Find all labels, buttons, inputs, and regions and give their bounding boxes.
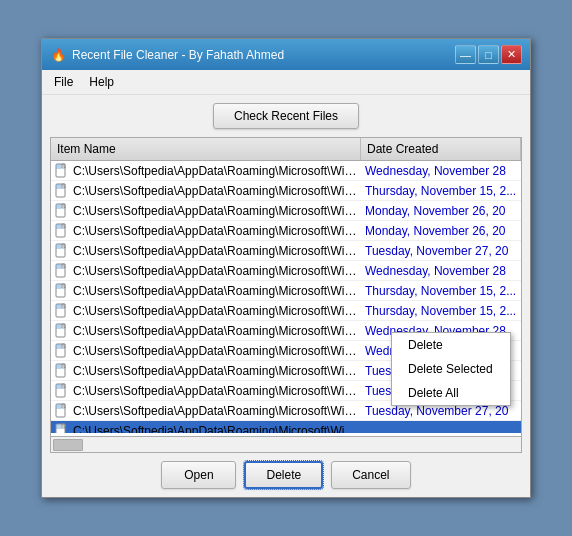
row-date: Thursday, November 15, 2... xyxy=(361,284,521,298)
svg-rect-3 xyxy=(56,184,62,189)
row-name: C:\Users\Softpedia\AppData\Roaming\Micro… xyxy=(71,324,361,338)
hscroll-thumb[interactable] xyxy=(53,439,83,451)
row-date: Monday, November 26, 20 xyxy=(361,224,521,238)
table-row[interactable]: C:\Users\Softpedia\AppData\Roaming\Micro… xyxy=(51,221,521,241)
row-name: C:\Users\Softpedia\AppData\Roaming\Micro… xyxy=(71,404,361,418)
menu-file[interactable]: File xyxy=(48,73,79,91)
row-name: C:\Users\Softpedia\AppData\Roaming\Micro… xyxy=(71,344,361,358)
file-icon xyxy=(53,323,71,339)
file-icon xyxy=(53,183,71,199)
row-date: Wednesday, November 28 xyxy=(361,264,521,278)
row-name: C:\Users\Softpedia\AppData\Roaming\Micro… xyxy=(71,164,361,178)
svg-rect-9 xyxy=(56,244,62,249)
row-name: C:\Users\Softpedia\AppData\Roaming\Micro… xyxy=(71,264,361,278)
header-date-created: Date Created xyxy=(361,138,521,160)
row-date: Thursday, November 15, 2... xyxy=(361,304,521,318)
row-name: C:\Users\Softpedia\AppData\Roaming\Micro… xyxy=(71,204,361,218)
svg-rect-27 xyxy=(56,424,62,429)
row-date: Tuesday, November 27, 20 xyxy=(361,244,521,258)
maximize-button[interactable]: □ xyxy=(478,45,499,64)
file-list-container: Item Name Date Created C:\Users\Softpedi… xyxy=(50,137,522,437)
context-delete-all[interactable]: Delete All xyxy=(392,381,510,405)
title-bar-left: 🔥 Recent File Cleaner - By Fahath Ahmed xyxy=(50,47,284,63)
file-icon xyxy=(53,283,71,299)
table-row[interactable]: C:\Users\Softpedia\AppData\Roaming\Micro… xyxy=(51,281,521,301)
svg-rect-17 xyxy=(56,324,62,329)
context-delete-selected[interactable]: Delete Selected xyxy=(392,357,510,381)
table-row[interactable]: C:\Users\Softpedia\AppData\Roaming\Micro… xyxy=(51,241,521,261)
cancel-button[interactable]: Cancel xyxy=(331,461,410,489)
row-name: C:\Users\Softpedia\AppData\Roaming\Micro… xyxy=(71,304,361,318)
row-date: Monday, November 26, 20 xyxy=(361,204,521,218)
main-window: 🔥 Recent File Cleaner - By Fahath Ahmed … xyxy=(41,38,531,498)
row-name: C:\Users\Softpedia\AppData\Roaming\Micro… xyxy=(71,184,361,198)
close-button[interactable]: ✕ xyxy=(501,45,522,64)
svg-rect-11 xyxy=(56,264,62,269)
bottom-bar: Open Delete Cancel xyxy=(42,453,530,497)
svg-rect-21 xyxy=(56,364,62,369)
check-recent-files-button[interactable]: Check Recent Files xyxy=(213,103,359,129)
row-name: C:\Users\Softpedia\AppData\Roaming\Micro… xyxy=(71,384,361,398)
table-row[interactable]: C:\Users\Softpedia\AppData\Roaming\Micro… xyxy=(51,261,521,281)
row-name: C:\Users\Softpedia\AppData\Roaming\Micro… xyxy=(71,364,361,378)
file-icon xyxy=(53,243,71,259)
row-name: C:\Users\Softpedia\AppData\Roaming\Micro… xyxy=(71,424,361,434)
context-menu: Delete Delete Selected Delete All xyxy=(391,332,511,406)
header-item-name: Item Name xyxy=(51,138,361,160)
table-row[interactable]: C:\Users\Softpedia\AppData\Roaming\Micro… xyxy=(51,181,521,201)
table-row[interactable]: C:\Users\Softpedia\AppData\Roaming\Micro… xyxy=(51,201,521,221)
window-title: Recent File Cleaner - By Fahath Ahmed xyxy=(72,48,284,62)
file-icon xyxy=(53,403,71,419)
menu-help[interactable]: Help xyxy=(83,73,120,91)
file-icon xyxy=(53,203,71,219)
svg-rect-13 xyxy=(56,284,62,289)
svg-rect-23 xyxy=(56,384,62,389)
file-icon xyxy=(53,223,71,239)
row-name: C:\Users\Softpedia\AppData\Roaming\Micro… xyxy=(71,284,361,298)
open-button[interactable]: Open xyxy=(161,461,236,489)
svg-rect-15 xyxy=(56,304,62,309)
file-icon xyxy=(53,263,71,279)
horizontal-scrollbar[interactable] xyxy=(50,437,522,453)
svg-rect-19 xyxy=(56,344,62,349)
svg-rect-7 xyxy=(56,224,62,229)
file-icon xyxy=(53,303,71,319)
context-delete[interactable]: Delete xyxy=(392,333,510,357)
menu-bar: File Help xyxy=(42,70,530,95)
row-name: C:\Users\Softpedia\AppData\Roaming\Micro… xyxy=(71,244,361,258)
row-name: C:\Users\Softpedia\AppData\Roaming\Micro… xyxy=(71,224,361,238)
window-controls: — □ ✕ xyxy=(455,45,522,64)
table-row[interactable]: C:\Users\Softpedia\AppData\Roaming\Micro… xyxy=(51,161,521,181)
app-icon: 🔥 xyxy=(50,47,66,63)
title-bar: 🔥 Recent File Cleaner - By Fahath Ahmed … xyxy=(42,39,530,70)
list-header: Item Name Date Created xyxy=(51,138,521,161)
row-date: Thursday, November 15, 2... xyxy=(361,184,521,198)
file-icon xyxy=(53,343,71,359)
toolbar: Check Recent Files xyxy=(42,95,530,137)
row-date: Wednesday, November 28 xyxy=(361,164,521,178)
svg-rect-25 xyxy=(56,404,62,409)
table-row[interactable]: C:\Users\Softpedia\AppData\Roaming\Micro… xyxy=(51,301,521,321)
file-icon xyxy=(53,363,71,379)
file-icon xyxy=(53,423,71,434)
minimize-button[interactable]: — xyxy=(455,45,476,64)
file-icon xyxy=(53,163,71,179)
svg-rect-1 xyxy=(56,164,62,169)
delete-button[interactable]: Delete xyxy=(244,461,323,489)
svg-rect-5 xyxy=(56,204,62,209)
file-icon xyxy=(53,383,71,399)
table-row[interactable]: C:\Users\Softpedia\AppData\Roaming\Micro… xyxy=(51,421,521,433)
